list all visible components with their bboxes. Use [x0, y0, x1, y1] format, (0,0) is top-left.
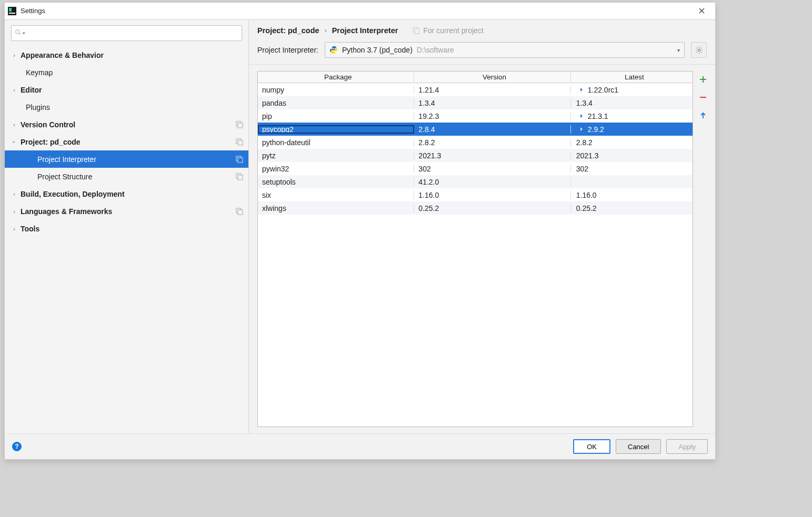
package-latest: 1.3.4 [571, 99, 693, 107]
search-dropdown-chevron[interactable]: ▾ [23, 31, 25, 36]
package-latest: 21.3.1 [571, 112, 693, 120]
breadcrumb-sep: › [325, 27, 327, 34]
interpreter-settings-gear[interactable] [691, 42, 707, 58]
package-version: 0.25.2 [414, 204, 570, 212]
package-row[interactable]: python-dateutil2.8.22.8.2 [258, 136, 693, 149]
svg-rect-10 [238, 158, 243, 163]
chevron-right-icon: › [10, 226, 18, 232]
package-version: 1.21.4 [414, 86, 570, 94]
package-row[interactable]: numpy1.21.41.22.0rc1 [258, 83, 693, 96]
svg-point-3 [16, 30, 19, 34]
package-name: xlwings [258, 204, 414, 212]
apply-button[interactable]: Apply [666, 439, 708, 454]
package-row[interactable]: pytz2021.32021.3 [258, 149, 693, 162]
interpreter-label: Project Interpreter: [257, 46, 318, 54]
pycharm-icon [8, 7, 16, 15]
breadcrumb: Project: pd_code › Project Interpreter F… [249, 20, 715, 37]
packages-header: Package Version Latest [258, 72, 693, 83]
package-name: six [258, 191, 414, 199]
tree-version-control[interactable]: › Version Control [5, 116, 248, 133]
package-version: 2021.3 [414, 151, 570, 160]
settings-sidebar: ▾ › Appearance & Behavior Keymap › Edito… [5, 20, 249, 433]
update-arrow-icon [576, 126, 586, 133]
col-package[interactable]: Package [258, 72, 414, 83]
breadcrumb-project: Project: pd_code [257, 26, 319, 35]
remove-package-button[interactable] [697, 91, 709, 104]
cancel-button[interactable]: Cancel [616, 439, 661, 454]
package-name: setuptools [258, 178, 414, 186]
breadcrumb-page: Project Interpreter [332, 26, 398, 35]
package-latest: 302 [571, 165, 693, 173]
chevron-right-icon: › [10, 52, 18, 58]
update-arrow-icon [576, 113, 586, 119]
svg-line-4 [19, 33, 21, 35]
package-version: 1.3.4 [414, 99, 570, 107]
col-version[interactable]: Version [414, 72, 570, 83]
package-name: numpy [258, 86, 414, 94]
package-row[interactable]: psycopg22.8.42.9.2 [258, 123, 693, 136]
package-latest: 0.25.2 [571, 204, 693, 212]
tree-project-interpreter[interactable]: Project Interpreter [5, 150, 248, 168]
search-input[interactable] [25, 29, 238, 37]
window-title: Settings [21, 7, 45, 15]
package-version: 2.8.4 [414, 125, 570, 134]
chevron-right-icon: › [10, 191, 18, 197]
tree-appearance-behavior[interactable]: › Appearance & Behavior [5, 46, 248, 64]
scope-icon [236, 156, 243, 163]
add-package-button[interactable] [697, 73, 709, 86]
tree-keymap[interactable]: Keymap [5, 64, 248, 81]
interpreter-name: Python 3.7 (pd_code) [342, 46, 413, 54]
chevron-down-icon: ▾ [677, 47, 680, 53]
help-button[interactable]: ? [12, 442, 22, 451]
interpreter-path: D:\software [417, 46, 454, 54]
package-latest: 1.22.0rc1 [571, 86, 693, 94]
chevron-down-icon: › [11, 138, 17, 146]
tree-editor[interactable]: › Editor [5, 81, 248, 98]
scope-icon [236, 121, 243, 128]
svg-rect-14 [238, 210, 243, 215]
chevron-right-icon: › [10, 87, 18, 93]
package-name: psycopg2 [258, 125, 414, 134]
col-latest[interactable]: Latest [571, 72, 693, 83]
package-latest: 1.16.0 [571, 191, 693, 199]
svg-rect-12 [238, 175, 243, 180]
package-row[interactable]: setuptools41.2.0 [258, 175, 693, 188]
search-box[interactable]: ▾ [11, 25, 242, 41]
tree-build-exec-deploy[interactable]: › Build, Execution, Deployment [5, 185, 248, 202]
ok-button[interactable]: OK [573, 439, 610, 454]
tree-project-structure[interactable]: Project Structure [5, 168, 248, 185]
scope-icon [236, 173, 243, 180]
interpreter-dropdown[interactable]: Python 3.7 (pd_code) D:\software ▾ [325, 42, 685, 58]
tree-project[interactable]: › Project: pd_code [5, 133, 248, 150]
package-row[interactable]: pip19.2.321.3.1 [258, 109, 693, 123]
package-latest: 2.8.2 [571, 138, 693, 147]
package-name: pip [258, 112, 414, 120]
package-latest: 2.9.2 [571, 125, 693, 134]
settings-dialog: Settings ▾ › Appearance & Behavior [4, 2, 716, 460]
package-name: pywin32 [258, 165, 414, 173]
package-name: pytz [258, 151, 414, 160]
chevron-right-icon: › [10, 208, 18, 215]
package-row[interactable]: pywin32302302 [258, 162, 693, 175]
svg-point-17 [698, 49, 700, 51]
package-row[interactable]: xlwings0.25.20.25.2 [258, 201, 693, 215]
update-arrow-icon [576, 86, 586, 93]
package-version: 1.16.0 [414, 191, 570, 199]
scope-icon [236, 208, 243, 215]
search-icon [15, 29, 22, 37]
settings-tree[interactable]: › Appearance & Behavior Keymap › Editor … [5, 46, 248, 433]
scope-icon [236, 138, 243, 146]
tree-tools[interactable]: › Tools [5, 220, 248, 237]
dialog-footer: ? OK Cancel Apply [5, 433, 715, 459]
upgrade-package-button[interactable] [697, 109, 709, 121]
tree-plugins[interactable]: Plugins [5, 98, 248, 116]
close-button[interactable] [691, 3, 712, 19]
tree-languages-frameworks[interactable]: › Languages & Frameworks [5, 202, 248, 220]
python-icon [329, 46, 338, 54]
svg-rect-16 [415, 29, 419, 34]
package-row[interactable]: pandas1.3.41.3.4 [258, 96, 693, 109]
package-name: python-dateutil [258, 138, 414, 147]
svg-rect-2 [9, 13, 15, 14]
packages-table[interactable]: Package Version Latest numpy1.21.41.22.0… [257, 71, 693, 427]
package-row[interactable]: six1.16.01.16.0 [258, 188, 693, 201]
